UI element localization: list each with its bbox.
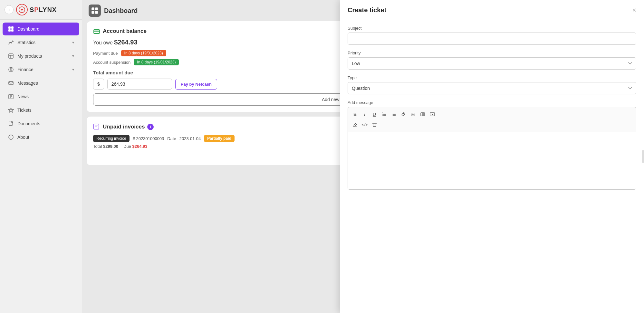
add-message-label: Add message xyxy=(348,100,636,105)
editor-toolbar: B I U 123 xyxy=(348,107,636,132)
svg-text:3: 3 xyxy=(382,115,383,116)
svg-rect-23 xyxy=(95,11,98,14)
invoice-date-label: Date xyxy=(167,136,176,141)
bold-button[interactable]: B xyxy=(351,110,360,119)
sidebar-nav: Dashboard Statistics ▾ My products ▾ $ F… xyxy=(0,20,82,147)
delete-button[interactable] xyxy=(370,120,379,129)
svg-point-38 xyxy=(392,113,392,113)
message-group: Add message B I U 123 xyxy=(348,100,636,190)
unordered-list-button[interactable] xyxy=(389,110,398,119)
logo-area: SPLYNX xyxy=(16,4,57,15)
dashboard-icon xyxy=(8,26,14,32)
balance-card-icon xyxy=(93,28,100,35)
sidebar-item-label: Documents xyxy=(17,121,74,126)
sidebar-header: ‹ SPLYNX xyxy=(0,0,82,20)
sidebar-item-label: News xyxy=(17,94,74,99)
payment-due-badge: In 8 days (19/01/2023) xyxy=(121,50,166,56)
documents-icon xyxy=(8,120,14,127)
eraser-button[interactable] xyxy=(351,120,360,129)
priority-group: Priority Low Medium High Critical xyxy=(348,51,636,70)
svg-rect-5 xyxy=(9,54,13,58)
sidebar-item-documents[interactable]: Documents xyxy=(3,117,79,130)
message-editor[interactable] xyxy=(348,132,636,190)
sidebar-item-label: Statistics xyxy=(17,40,69,45)
svg-point-40 xyxy=(392,115,392,116)
priority-label: Priority xyxy=(348,51,636,55)
chevron-down-icon: ▾ xyxy=(72,67,74,72)
sidebar-item-about[interactable]: i About xyxy=(3,131,79,144)
chevron-down-icon: ▾ xyxy=(72,54,74,58)
sidebar-item-dashboard[interactable]: Dashboard xyxy=(3,23,79,35)
image-link-button[interactable] xyxy=(409,110,418,119)
priority-select[interactable]: Low Medium High Critical xyxy=(348,57,636,70)
modal-resize-handle[interactable] xyxy=(642,150,644,163)
sidebar-item-label: About xyxy=(17,135,74,140)
statistics-icon xyxy=(8,39,14,46)
sidebar-item-statistics[interactable]: Statistics ▾ xyxy=(3,36,79,49)
svg-rect-25 xyxy=(94,31,100,32)
products-icon xyxy=(8,53,14,59)
invoice-type-badge: Recurring invoice xyxy=(93,135,130,142)
table-button[interactable] xyxy=(418,110,427,119)
code-button[interactable]: </> xyxy=(360,120,369,129)
underline-button[interactable]: U xyxy=(370,110,379,119)
balance-value: $264.93 xyxy=(114,39,137,46)
page-title: Dashboard xyxy=(104,7,138,14)
italic-button[interactable]: I xyxy=(360,110,369,119)
news-icon xyxy=(8,93,14,100)
invoice-status-badge: Partially paid xyxy=(204,135,235,142)
sidebar-item-tickets[interactable]: Tickets xyxy=(3,104,79,117)
currency-symbol: $ xyxy=(93,79,104,90)
invoice-date-value: 2023-01-04 xyxy=(179,136,201,141)
subject-label: Subject xyxy=(348,26,636,31)
modal-body: Subject Priority Low Medium High Critica… xyxy=(340,19,644,313)
svg-text:i: i xyxy=(11,135,12,139)
svg-rect-20 xyxy=(91,7,94,10)
tickets-icon xyxy=(8,107,14,113)
svg-marker-15 xyxy=(8,108,14,112)
messages-icon xyxy=(8,80,14,86)
sidebar-item-label: Dashboard xyxy=(17,26,74,32)
svg-marker-50 xyxy=(353,123,357,126)
sidebar-item-label: Finance xyxy=(17,67,69,72)
svg-rect-2 xyxy=(11,26,14,29)
subject-group: Subject xyxy=(348,26,636,45)
ordered-list-button[interactable]: 123 xyxy=(380,110,389,119)
suspension-badge: In 8 days (19/01/2023) xyxy=(134,59,179,65)
sidebar-item-messages[interactable]: Messages xyxy=(3,77,79,90)
sidebar: ‹ SPLYNX Dashboard Statistics ▾ xyxy=(0,0,82,313)
sidebar-item-label: Tickets xyxy=(17,108,74,113)
sidebar-item-news[interactable]: News xyxy=(3,90,79,103)
topbar-dashboard-icon xyxy=(89,5,101,17)
logo-text: SPLYNX xyxy=(30,6,57,14)
subject-input[interactable] xyxy=(348,33,636,45)
svg-rect-26 xyxy=(94,124,99,129)
media-button[interactable] xyxy=(428,110,437,119)
svg-rect-4 xyxy=(11,29,14,32)
back-button[interactable]: ‹ xyxy=(5,5,14,14)
pay-netcash-button[interactable]: Pay by Netcash xyxy=(175,79,217,90)
svg-marker-49 xyxy=(432,114,433,115)
invoice-due: Due $264.93 xyxy=(123,144,147,149)
modal-close-button[interactable]: × xyxy=(632,6,636,14)
modal-header: Create ticket × xyxy=(340,0,644,19)
svg-rect-22 xyxy=(91,11,94,14)
svg-rect-10 xyxy=(9,81,13,85)
svg-text:$: $ xyxy=(10,68,12,71)
create-ticket-modal: Create ticket × Subject Priority Low Med… xyxy=(340,0,644,313)
chevron-down-icon: ▾ xyxy=(72,40,74,45)
svg-rect-21 xyxy=(95,7,98,10)
invoices-count: 1 xyxy=(147,124,154,130)
link-button[interactable] xyxy=(399,110,408,119)
svg-rect-1 xyxy=(8,26,11,29)
sidebar-item-my-products[interactable]: My products ▾ xyxy=(3,50,79,62)
svg-rect-43 xyxy=(421,113,425,116)
about-icon: i xyxy=(8,134,14,140)
invoice-number: # 202301000003 xyxy=(133,136,164,141)
amount-input[interactable] xyxy=(107,79,172,90)
sidebar-item-label: My products xyxy=(17,53,69,59)
invoice-total: Total $299.00 xyxy=(93,144,118,149)
type-select[interactable]: Question Incident Problem Feature Reques… xyxy=(348,82,636,94)
sidebar-item-label: Messages xyxy=(17,81,74,86)
sidebar-item-finance[interactable]: $ Finance ▾ xyxy=(3,63,79,76)
